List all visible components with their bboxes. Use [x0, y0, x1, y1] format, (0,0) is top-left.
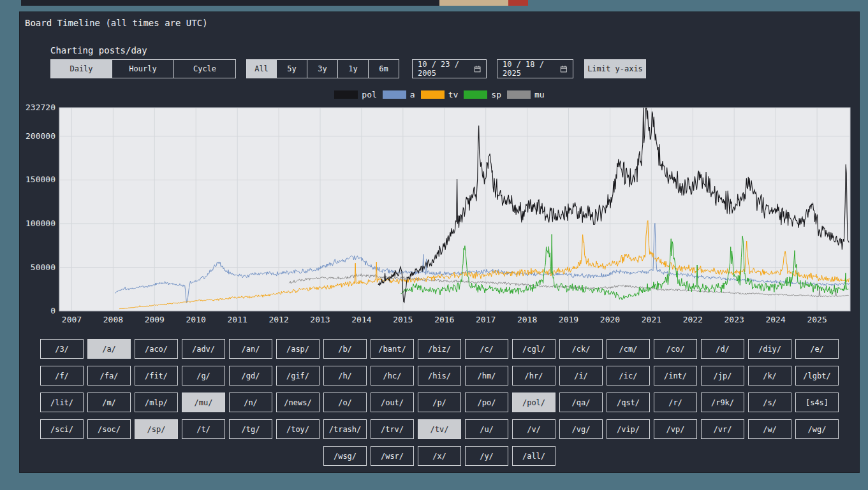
board-button-all[interactable]: /all/ [512, 446, 555, 466]
board-button-news[interactable]: /news/ [276, 393, 320, 412]
legend-item-a: a [383, 90, 415, 99]
board-button-bant[interactable]: /bant/ [371, 339, 414, 359]
board-button-h[interactable]: /h/ [323, 366, 367, 386]
date-to-field[interactable]: 10 / 18 / 2025 [497, 59, 573, 78]
board-button-toy[interactable]: /toy/ [276, 419, 320, 439]
board-button-k[interactable]: /k/ [748, 366, 791, 386]
board-button-g[interactable]: /g/ [182, 366, 225, 386]
calendar-icon[interactable] [474, 65, 481, 73]
board-button-int[interactable]: /int/ [654, 366, 697, 386]
board-button-qst[interactable]: /qst/ [607, 393, 650, 412]
board-button-y[interactable]: /y/ [465, 446, 508, 466]
board-button-x[interactable]: /x/ [418, 446, 461, 466]
board-button-tv[interactable]: /tv/ [418, 419, 461, 439]
board-button-d[interactable]: /d/ [701, 339, 744, 359]
board-button-s[interactable]: /s/ [748, 393, 791, 412]
y-tick-label: 50000 [31, 263, 55, 272]
board-button-trv[interactable]: /trv/ [371, 419, 414, 439]
board-button-co[interactable]: /co/ [654, 339, 697, 359]
board-button-c[interactable]: /c/ [465, 339, 508, 359]
board-button-aco[interactable]: /aco/ [135, 339, 178, 359]
board-button-an[interactable]: /an/ [229, 339, 272, 359]
board-button-po[interactable]: /po/ [465, 393, 508, 412]
mode-button-cycle[interactable]: Cycle [174, 59, 236, 78]
board-button-fit[interactable]: /fit/ [135, 366, 178, 386]
board-button-lgbt[interactable]: /lgbt/ [795, 366, 839, 386]
board-button-vip[interactable]: /vip/ [607, 419, 650, 439]
mode-button-daily[interactable]: Daily [50, 59, 112, 78]
board-button-jp[interactable]: /jp/ [701, 366, 744, 386]
legend-swatch-a [383, 90, 406, 99]
legend-item-sp: sp [464, 90, 501, 99]
board-button-his[interactable]: /his/ [418, 366, 461, 386]
board-button-n[interactable]: /n/ [229, 393, 272, 412]
board-button-mlp[interactable]: /mlp/ [135, 393, 178, 412]
board-button-asp[interactable]: /asp/ [276, 339, 320, 359]
board-button-hr[interactable]: /hr/ [512, 366, 555, 386]
timeline-chart: 2007200820092010201120122013201420152016… [20, 101, 860, 336]
board-button-hc[interactable]: /hc/ [371, 366, 414, 386]
legend-item-tv: tv [421, 90, 459, 99]
board-button-wsr[interactable]: /wsr/ [371, 446, 414, 466]
board-button-sp[interactable]: /sp/ [135, 419, 178, 439]
legend-swatch-sp [464, 90, 487, 99]
board-button-o[interactable]: /o/ [323, 393, 367, 412]
calendar-icon[interactable] [560, 65, 568, 73]
x-tick-label: 2008 [103, 315, 123, 324]
board-button-vr[interactable]: /vr/ [701, 419, 744, 439]
date-from-field[interactable]: 10 / 23 / 2005 [412, 59, 487, 78]
board-button-b[interactable]: /b/ [323, 339, 367, 359]
board-button-wg[interactable]: /wg/ [795, 419, 839, 439]
board-button-m[interactable]: /m/ [87, 393, 131, 412]
board-button-adv[interactable]: /adv/ [182, 339, 225, 359]
y-tick-label: 100000 [26, 219, 55, 228]
board-button-diy[interactable]: /diy/ [748, 339, 791, 359]
board-button-w[interactable]: /w/ [748, 419, 791, 439]
board-button-sci[interactable]: /sci/ [40, 419, 84, 439]
board-button-trash[interactable]: /trash/ [323, 419, 367, 439]
board-button-r9k[interactable]: /r9k/ [701, 393, 744, 412]
x-tick-label: 2024 [765, 315, 785, 324]
board-button-lit[interactable]: /lit/ [40, 393, 84, 412]
board-button-ic[interactable]: /ic/ [607, 366, 650, 386]
board-button-i[interactable]: /i/ [559, 366, 603, 386]
board-button-r[interactable]: /r/ [654, 393, 697, 412]
board-button-cm[interactable]: /cm/ [607, 339, 650, 359]
board-button-fa[interactable]: /fa/ [87, 366, 131, 386]
board-button-biz[interactable]: /biz/ [418, 339, 461, 359]
board-button-mu[interactable]: /mu/ [182, 393, 225, 412]
range-button-5y[interactable]: 5y [277, 59, 307, 78]
board-button-out[interactable]: /out/ [371, 393, 414, 412]
board-button-f[interactable]: /f/ [40, 366, 84, 386]
board-button-u[interactable]: /u/ [465, 419, 508, 439]
x-tick-label: 2015 [393, 315, 413, 324]
legend-label-sp: sp [491, 90, 501, 99]
board-button-gif[interactable]: /gif/ [276, 366, 320, 386]
board-button-tg[interactable]: /tg/ [229, 419, 272, 439]
x-tick-label: 2013 [310, 315, 330, 324]
range-button-6m[interactable]: 6m [369, 59, 399, 78]
board-button-cgl[interactable]: /cgl/ [512, 339, 555, 359]
board-button-wsg[interactable]: /wsg/ [323, 446, 367, 466]
range-button-1y[interactable]: 1y [338, 59, 369, 78]
range-button-all[interactable]: All [246, 59, 277, 78]
board-button-hm[interactable]: /hm/ [465, 366, 508, 386]
limit-y-axis-button[interactable]: Limit y-axis [584, 59, 646, 78]
board-button-v[interactable]: /v/ [512, 419, 555, 439]
range-button-3y[interactable]: 3y [307, 59, 338, 78]
mode-button-hourly[interactable]: Hourly [112, 59, 174, 78]
board-button-3[interactable]: /3/ [40, 339, 84, 359]
board-button-s4s[interactable]: [s4s] [795, 393, 839, 412]
board-button-vg[interactable]: /vg/ [559, 419, 603, 439]
board-button-t[interactable]: /t/ [182, 419, 225, 439]
board-row: /3//a//aco//adv//an//asp//b//bant//biz//… [20, 339, 859, 359]
board-button-pol[interactable]: /pol/ [512, 393, 555, 412]
board-button-vp[interactable]: /vp/ [654, 419, 697, 439]
board-button-gd[interactable]: /gd/ [229, 366, 272, 386]
board-button-ck[interactable]: /ck/ [559, 339, 603, 359]
board-button-p[interactable]: /p/ [418, 393, 461, 412]
board-button-qa[interactable]: /qa/ [559, 393, 603, 412]
board-button-soc[interactable]: /soc/ [87, 419, 131, 439]
board-button-e[interactable]: /e/ [795, 339, 839, 359]
board-button-a[interactable]: /a/ [87, 339, 131, 359]
